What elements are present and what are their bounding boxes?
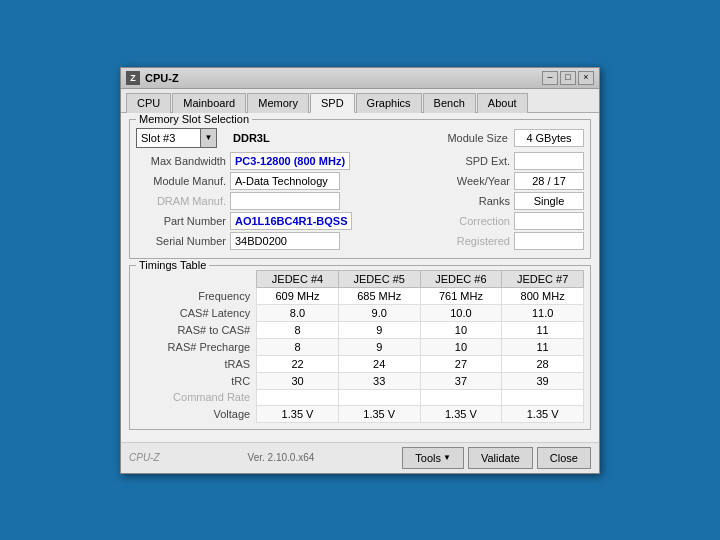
timings-cell: 10 [420,338,502,355]
registered-row: Registered [445,232,584,250]
timings-group-label: Timings Table [136,259,209,271]
timings-cell [257,389,339,405]
slot-row: Slot #1 Slot #2 Slot #3 Slot #4 ▼ DDR3L … [136,128,584,148]
minimize-button[interactable]: – [542,71,558,85]
timings-cell: 30 [257,372,339,389]
timings-cell: 39 [502,372,584,389]
timings-row-label: tRC [136,372,257,389]
module-manuf-value: A-Data Technology [230,172,340,190]
part-number-label: Part Number [136,215,226,227]
timings-row-label: Command Rate [136,389,257,405]
timings-cell: 1.35 V [502,405,584,422]
cpu-z-window: Z CPU-Z – □ × CPU Mainboard Memory SPD G… [120,67,600,474]
timings-cell [420,389,502,405]
footer-cpuz-label: CPU-Z [129,452,160,463]
timings-cell: 9.0 [338,304,420,321]
title-bar: Z CPU-Z – □ × [121,68,599,89]
close-button[interactable]: × [578,71,594,85]
spd-ext-label: SPD Ext. [445,155,510,167]
slot-dropdown[interactable]: Slot #1 Slot #2 Slot #3 Slot #4 [136,128,201,148]
timings-col-jedec5: JEDEC #5 [338,270,420,287]
timings-cell: 9 [338,338,420,355]
timings-cell: 10.0 [420,304,502,321]
max-bandwidth-value: PC3-12800 (800 MHz) [230,152,350,170]
timings-row-label: tRAS [136,355,257,372]
week-year-value: 28 / 17 [514,172,584,190]
max-bandwidth-label: Max Bandwidth [136,155,226,167]
tab-memory[interactable]: Memory [247,93,309,113]
week-year-row: Week/Year 28 / 17 [445,172,584,190]
tab-mainboard[interactable]: Mainboard [172,93,246,113]
timings-cell: 609 MHz [257,287,339,304]
app-icon: Z [126,71,140,85]
timings-cell: 8 [257,321,339,338]
serial-number-label: Serial Number [136,235,226,247]
tab-bar: CPU Mainboard Memory SPD Graphics Bench … [121,89,599,113]
validate-button[interactable]: Validate [468,447,533,469]
max-bandwidth-row: Max Bandwidth PC3-12800 (800 MHz) [136,152,435,170]
timings-cell: 11.0 [502,304,584,321]
timings-row-label: CAS# Latency [136,304,257,321]
timings-cell: 10 [420,321,502,338]
timings-cell: 37 [420,372,502,389]
timings-group: Timings Table JEDEC #4 JEDEC #5 JEDEC #6… [129,265,591,430]
tab-graphics[interactable]: Graphics [356,93,422,113]
part-number-row: Part Number AO1L16BC4R1-BQSS [136,212,435,230]
tools-dropdown-arrow-icon: ▼ [443,453,451,462]
tools-button[interactable]: Tools ▼ [402,447,464,469]
timings-row-label: RAS# to CAS# [136,321,257,338]
right-fields: SPD Ext. Week/Year 28 / 17 Ranks Single … [439,152,584,252]
slot-select-container: Slot #1 Slot #2 Slot #3 Slot #4 ▼ [136,128,217,148]
tab-about[interactable]: About [477,93,528,113]
timings-cell: 1.35 V [420,405,502,422]
timings-row-label: Voltage [136,405,257,422]
registered-label: Registered [445,235,510,247]
timings-cell: 800 MHz [502,287,584,304]
correction-value [514,212,584,230]
tab-spd[interactable]: SPD [310,93,355,113]
timings-cell: 1.35 V [338,405,420,422]
ddr-type-label: DDR3L [233,132,270,144]
correction-row: Correction [445,212,584,230]
week-year-label: Week/Year [445,175,510,187]
module-size-label: Module Size [447,132,508,144]
timings-table: JEDEC #4 JEDEC #5 JEDEC #6 JEDEC #7 Freq… [136,270,584,423]
timings-cell: 11 [502,321,584,338]
footer-buttons: Tools ▼ Validate Close [402,447,591,469]
correction-label: Correction [445,215,510,227]
timings-cell: 8.0 [257,304,339,321]
timings-cell: 24 [338,355,420,372]
tab-bench[interactable]: Bench [423,93,476,113]
content-area: Memory Slot Selection Slot #1 Slot #2 Sl… [121,113,599,442]
tab-cpu[interactable]: CPU [126,93,171,113]
ranks-row: Ranks Single [445,192,584,210]
dropdown-arrow-icon[interactable]: ▼ [201,128,217,148]
ranks-value: Single [514,192,584,210]
timings-cell: 8 [257,338,339,355]
spd-ext-row: SPD Ext. [445,152,584,170]
window-title: CPU-Z [145,72,179,84]
left-fields: Max Bandwidth PC3-12800 (800 MHz) Module… [136,152,435,252]
app-icon-letter: Z [130,73,136,83]
timings-cell: 1.35 V [257,405,339,422]
maximize-button[interactable]: □ [560,71,576,85]
timings-col-jedec4: JEDEC #4 [257,270,339,287]
timings-cell [338,389,420,405]
footer-close-button[interactable]: Close [537,447,591,469]
timings-col-jedec7: JEDEC #7 [502,270,584,287]
title-bar-left: Z CPU-Z [126,71,179,85]
slot-selection-label: Memory Slot Selection [136,113,252,125]
slot-selection-group: Memory Slot Selection Slot #1 Slot #2 Sl… [129,119,591,259]
dram-manuf-row: DRAM Manuf. [136,192,435,210]
timings-col-header-empty [136,270,257,287]
timings-row-label: Frequency [136,287,257,304]
serial-number-value: 34BD0200 [230,232,340,250]
timings-cell: 22 [257,355,339,372]
part-number-value: AO1L16BC4R1-BQSS [230,212,352,230]
timings-cell: 27 [420,355,502,372]
timings-cell [502,389,584,405]
timings-cell: 761 MHz [420,287,502,304]
timings-cell: 685 MHz [338,287,420,304]
spd-ext-value [514,152,584,170]
main-fields: Max Bandwidth PC3-12800 (800 MHz) Module… [136,152,584,252]
